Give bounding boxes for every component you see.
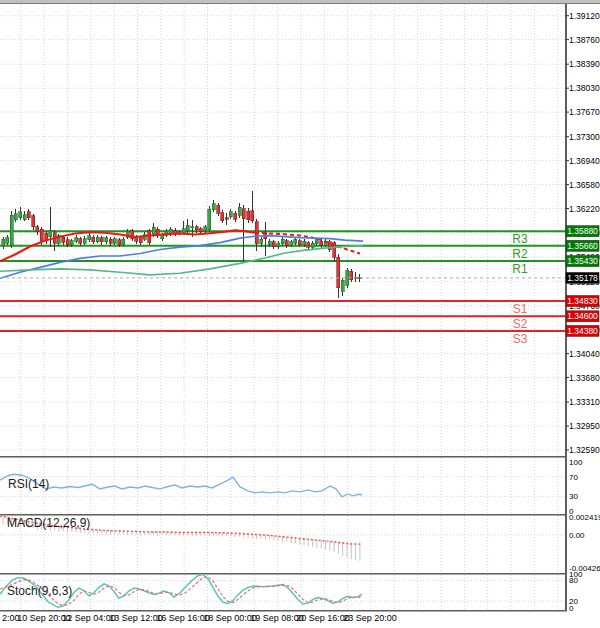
price-tag-text: 1.34380 — [567, 326, 598, 336]
resistance-label-R2: R2 — [512, 247, 528, 261]
price-tick-label: 1.33310 — [569, 397, 600, 407]
support-label-S2: S2 — [513, 317, 528, 331]
indicator-scale-label: 0.002419 — [569, 513, 600, 522]
price-tag-text: 1.35660 — [567, 241, 598, 251]
price-tag-text: 1.35430 — [567, 256, 598, 266]
price-tick-label: 1.34040 — [569, 349, 600, 359]
resistance-label-R3: R3 — [512, 232, 528, 246]
indicator-scale-label: 80 — [569, 576, 578, 585]
support-label-S3: S3 — [513, 332, 528, 346]
indicator-scale-label: 100 — [569, 458, 583, 467]
price-tick-label: 1.32950 — [569, 421, 600, 431]
price-tick-label: 1.37670 — [569, 107, 600, 117]
price-tag-text: 1.34600 — [567, 311, 598, 321]
time-axis-labels: 2:0010 Sep 20:0012 Sep 04:0013 Sep 12:00… — [2, 613, 397, 623]
time-axis-label: 13 Sep 12:00 — [109, 613, 163, 623]
price-tag-text: 1.35178 — [567, 273, 598, 283]
resistance-label-R1: R1 — [512, 262, 528, 276]
price-tick-label: 1.36220 — [569, 204, 600, 214]
price-tick-label: 1.39120 — [569, 11, 600, 21]
price-tick-label: 1.32590 — [569, 445, 600, 455]
indicator-scale-label: 0 — [569, 604, 574, 613]
price-tick-label: 1.33680 — [569, 373, 600, 383]
time-axis-label: 12 Sep 04:00 — [62, 613, 116, 623]
price-tick-label: 1.36580 — [569, 180, 600, 190]
chart-canvas: 1.391201.387601.383901.380301.376701.373… — [0, 0, 600, 628]
window-top-strip — [0, 0, 600, 3]
time-axis-label: 20 Sep 16:00 — [296, 613, 350, 623]
time-axis-label: 16 Sep 16:00 — [156, 613, 210, 623]
indicator-scale-label: 0.00 — [569, 531, 585, 540]
price-tag-text: 1.34830 — [567, 296, 598, 306]
indicator-scale-label: 70 — [569, 473, 578, 482]
price-tag-text: 1.35880 — [567, 226, 598, 236]
price-tick-label: 1.38760 — [569, 35, 600, 45]
price-tick-label: 1.36940 — [569, 156, 600, 166]
price-tick-label: 1.38390 — [569, 59, 600, 69]
price-tick-label: 1.38030 — [569, 83, 600, 93]
support-label-S1: S1 — [513, 302, 528, 316]
price-tick-label: 1.37300 — [569, 132, 600, 142]
time-axis-label: 23 Sep 20:00 — [343, 613, 397, 623]
indicator-scale-label: 30 — [569, 492, 578, 501]
time-axis-label: 18 Sep 00:00 — [203, 613, 257, 623]
trading-chart-window: 1.391201.387601.383901.380301.376701.373… — [0, 0, 600, 628]
